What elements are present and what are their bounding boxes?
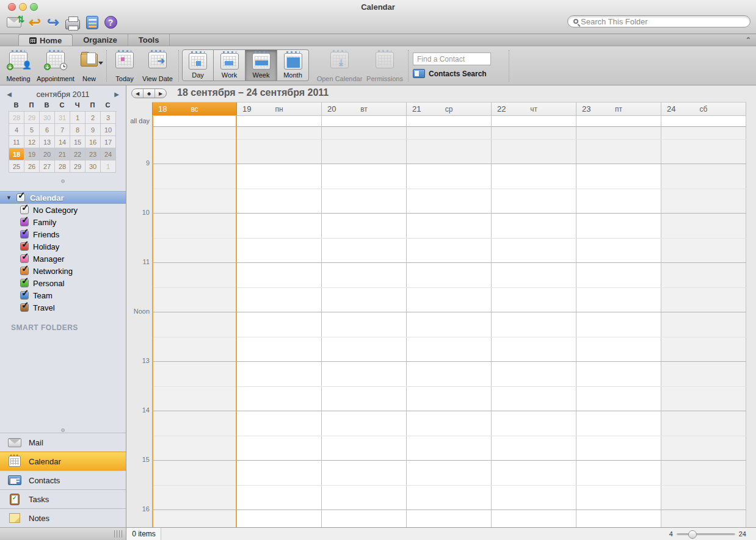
tab-organize[interactable]: Organize bbox=[73, 34, 128, 46]
tab-home[interactable]: Home bbox=[18, 34, 73, 46]
category-item[interactable]: ✓Personal bbox=[0, 277, 126, 289]
category-checkbox[interactable]: ✓ bbox=[20, 267, 29, 275]
collapse-ribbon-icon[interactable]: ⌃ bbox=[746, 36, 751, 44]
minical-day-cell[interactable]: 2 bbox=[85, 112, 101, 124]
nav-item-contacts[interactable]: Contacts bbox=[0, 470, 126, 489]
minical-day-cell[interactable]: 12 bbox=[24, 136, 40, 148]
minical-day-cell[interactable]: 26 bbox=[24, 160, 40, 173]
meeting-button[interactable]: 👤​+ Meeting bbox=[1, 49, 35, 84]
minical-day-cell[interactable]: 25 bbox=[9, 160, 24, 173]
all-day-cell-20[interactable] bbox=[322, 116, 407, 127]
contacts-search-button[interactable]: Contacts Search bbox=[413, 69, 487, 78]
send-receive-button[interactable]: ⇅ bbox=[5, 14, 23, 31]
category-item[interactable]: ✓No Category bbox=[0, 204, 126, 216]
minical-day-cell[interactable]: 27 bbox=[40, 160, 55, 173]
disclosure-triangle-icon[interactable]: ▼ bbox=[6, 195, 12, 201]
day-header-20[interactable]: 20вт bbox=[322, 103, 407, 116]
all-day-cell-19[interactable] bbox=[237, 116, 322, 127]
nav-item-notes[interactable]: Notes bbox=[0, 508, 126, 527]
minical-day-cell[interactable]: 31 bbox=[55, 112, 70, 124]
minical-day-cell[interactable]: 29 bbox=[70, 160, 85, 173]
day-header-18[interactable]: 18вс bbox=[152, 103, 237, 116]
minical-day-cell[interactable]: 1 bbox=[101, 160, 116, 173]
minical-day-cell[interactable]: 6 bbox=[40, 124, 55, 136]
minical-day-cell[interactable]: 8 bbox=[70, 124, 85, 136]
sidebar-splitter[interactable] bbox=[0, 178, 126, 184]
calendar-root-checkbox[interactable]: ✓ bbox=[16, 193, 25, 202]
today-button[interactable]: Today bbox=[110, 49, 139, 84]
sidebar-resize-grip[interactable] bbox=[114, 530, 123, 538]
minical-day-cell[interactable]: 16 bbox=[85, 136, 101, 148]
day-header-23[interactable]: 23пт bbox=[576, 103, 661, 116]
category-checkbox[interactable]: ✓ bbox=[20, 206, 29, 214]
minical-day-cell[interactable]: 28 bbox=[9, 112, 24, 124]
minical-day-cell[interactable]: 4 bbox=[9, 124, 24, 136]
minical-day-cell[interactable]: 5 bbox=[24, 124, 40, 136]
nav-item-calendar[interactable]: Calendar bbox=[0, 452, 126, 470]
category-checkbox[interactable]: ✓ bbox=[20, 279, 29, 287]
new-button[interactable]: New bbox=[76, 49, 103, 84]
minical-day-cell[interactable]: 24 bbox=[101, 148, 116, 160]
minical-next-icon[interactable]: ▶ bbox=[107, 91, 126, 98]
day-header-24[interactable]: 24сб bbox=[661, 103, 746, 116]
day-column-24[interactable] bbox=[661, 127, 746, 527]
minical-day-cell[interactable]: 23 bbox=[85, 148, 101, 160]
category-item[interactable]: ✓Team bbox=[0, 289, 126, 301]
minical-day-cell[interactable]: 7 bbox=[55, 124, 70, 136]
all-day-cell-21[interactable] bbox=[407, 116, 492, 127]
next-week-button[interactable]: ▶ bbox=[155, 89, 166, 98]
zoom-slider-thumb[interactable] bbox=[688, 530, 697, 539]
minical-day-cell[interactable]: 17 bbox=[101, 136, 116, 148]
day-column-18[interactable] bbox=[152, 127, 237, 527]
minical-day-cell[interactable]: 30 bbox=[40, 112, 55, 124]
appointment-button[interactable]: + Appointment bbox=[37, 49, 75, 84]
open-calendar-button[interactable]: ⤓ Open Calendar bbox=[315, 49, 364, 84]
category-item[interactable]: ✓Manager bbox=[0, 253, 126, 265]
month-view-button[interactable]: Month bbox=[277, 49, 309, 81]
category-checkbox[interactable]: ✓ bbox=[20, 218, 29, 226]
permissions-button[interactable]: Permissions bbox=[365, 49, 404, 84]
day-header-19[interactable]: 19пн bbox=[237, 103, 322, 116]
minical-today-cell[interactable]: 18 bbox=[9, 148, 24, 160]
minical-day-cell[interactable]: 10 bbox=[101, 124, 116, 136]
minical-day-cell[interactable]: 14 bbox=[55, 136, 70, 148]
nav-item-mail[interactable]: Mail bbox=[0, 433, 126, 452]
minical-day-cell[interactable]: 20 bbox=[40, 148, 55, 160]
all-day-cell-22[interactable] bbox=[492, 116, 576, 127]
minical-day-cell[interactable]: 29 bbox=[24, 112, 40, 124]
redo-button[interactable]: ↪ bbox=[45, 14, 61, 31]
all-day-cell-24[interactable] bbox=[661, 116, 746, 127]
undo-button[interactable]: ↩ bbox=[27, 14, 43, 31]
all-day-cell-23[interactable] bbox=[576, 116, 661, 127]
category-item[interactable]: ✓Travel bbox=[0, 301, 126, 314]
find-contact-input[interactable]: Find a Contact bbox=[413, 52, 491, 65]
category-checkbox[interactable]: ✓ bbox=[20, 230, 29, 239]
minical-day-cell[interactable]: 30 bbox=[85, 160, 101, 173]
day-column-23[interactable] bbox=[576, 127, 661, 527]
minical-day-cell[interactable]: 9 bbox=[85, 124, 101, 136]
calendar-folder-root[interactable]: ▼ ✓ Calendar bbox=[0, 191, 126, 204]
reading-pane-button[interactable] bbox=[84, 14, 100, 31]
day-header-21[interactable]: 21ср bbox=[407, 103, 492, 116]
category-checkbox[interactable]: ✓ bbox=[20, 254, 29, 263]
category-item[interactable]: ✓Holiday bbox=[0, 240, 126, 253]
category-checkbox[interactable]: ✓ bbox=[20, 242, 29, 251]
zoom-slider[interactable] bbox=[677, 533, 735, 535]
all-day-cell-18[interactable] bbox=[152, 116, 237, 127]
minical-prev-icon[interactable]: ◀ bbox=[0, 91, 18, 98]
day-column-20[interactable] bbox=[322, 127, 407, 527]
view-date-button[interactable]: ➜ View Date bbox=[140, 49, 175, 84]
minical-day-cell[interactable]: 13 bbox=[40, 136, 55, 148]
work-view-button[interactable]: Work bbox=[214, 49, 245, 81]
nav-item-tasks[interactable]: Tasks bbox=[0, 489, 126, 508]
minical-day-cell[interactable]: 3 bbox=[101, 112, 116, 124]
category-item[interactable]: ✓Friends bbox=[0, 228, 126, 240]
help-button[interactable]: ? bbox=[103, 14, 118, 31]
day-column-21[interactable] bbox=[407, 127, 492, 527]
minical-day-cell[interactable]: 15 bbox=[70, 136, 85, 148]
category-item[interactable]: ✓Family bbox=[0, 216, 126, 228]
minical-day-cell[interactable]: 19 bbox=[24, 148, 40, 160]
new-dropdown-caret-icon[interactable] bbox=[98, 62, 103, 65]
print-button[interactable] bbox=[64, 14, 82, 31]
week-view-button[interactable]: Week bbox=[245, 49, 277, 81]
